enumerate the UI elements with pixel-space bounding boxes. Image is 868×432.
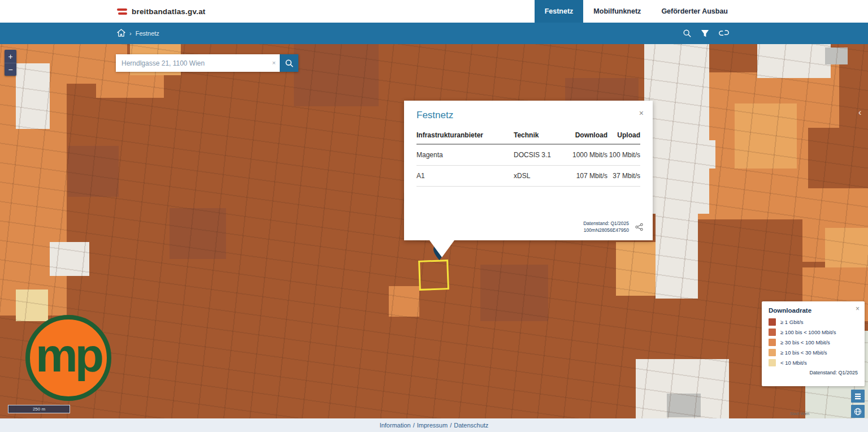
- table-header: Upload: [607, 128, 640, 144]
- footer-link-impressum[interactable]: Impressum: [417, 422, 448, 429]
- map-tile: [68, 146, 119, 197]
- map-tile: [16, 290, 48, 321]
- table-row: MagentaDOCSIS 3.11000 Mbit/s100 Mbit/s: [416, 144, 640, 166]
- brand[interactable]: breitbandatlas.gv.at: [117, 7, 206, 16]
- basemap-patch: [644, 44, 709, 214]
- popup-meta: Datenstand: Q1/2025 100mN28056E47950: [583, 221, 629, 234]
- zoom-control: + −: [5, 50, 16, 76]
- legend-datenstand: Datenstand: Q1/2025: [769, 370, 858, 375]
- search-icon[interactable]: [683, 29, 692, 38]
- footer-separator: /: [413, 422, 415, 429]
- legend-label: ≥ 1 Gbit/s: [780, 319, 804, 325]
- address-search: ×: [116, 54, 298, 72]
- festnetz-popup: Festnetz × InfrastrukturanbieterTechnikD…: [404, 101, 653, 240]
- footer-links: Information/Impressum/Datenschutz: [380, 422, 489, 429]
- panel-collapse-arrow[interactable]: ‹: [858, 107, 861, 118]
- popup-datenstand: Datenstand: Q1/2025: [583, 221, 629, 227]
- main-tabs: Festnetz Mobilfunknetz Geförderter Ausba…: [535, 0, 738, 23]
- breadcrumb: › Festnetz: [117, 29, 159, 38]
- legend-item: ≥ 1 Gbit/s: [769, 318, 858, 326]
- legend-swatch: [769, 329, 776, 336]
- legend-swatch: [769, 339, 776, 346]
- popup-callout-arrow: [429, 240, 454, 257]
- breadcrumb-separator: ›: [129, 30, 132, 37]
- top-header: breitbandatlas.gv.at Festnetz Mobilfunkn…: [0, 0, 868, 23]
- austria-flag-icon: [117, 8, 127, 15]
- basemap-patch: [687, 140, 715, 169]
- table-cell: DOCSIS 3.1: [514, 144, 560, 166]
- legend-label: < 10 Mbit/s: [780, 360, 807, 366]
- popup-cell-id: 100mN28056E47950: [583, 227, 629, 234]
- breadcrumb-bar: › Festnetz: [0, 23, 868, 44]
- table-header: Technik: [514, 128, 560, 144]
- legend-item: ≥ 10 bis < 30 Mbit/s: [769, 349, 858, 356]
- legend-label: ≥ 100 bis < 1000 Mbit/s: [780, 329, 836, 335]
- map-canvas[interactable]: mp + − × Festnetz × Infrastrukturanbiete…: [0, 44, 868, 418]
- share-icon[interactable]: [718, 29, 730, 37]
- legend-title: Downloadrate: [769, 307, 858, 314]
- table-cell: A1: [416, 166, 514, 187]
- map-tile: [170, 208, 226, 259]
- legend-item: ≥ 30 bis < 100 Mbit/s: [769, 339, 858, 346]
- table-header: Download: [560, 128, 607, 144]
- layers-button[interactable]: [851, 390, 865, 403]
- table-cell: 1000 Mbit/s: [560, 144, 607, 166]
- legend-label: ≥ 10 bis < 30 Mbit/s: [780, 349, 827, 356]
- table-header-row: InfrastrukturanbieterTechnikDownloadUplo…: [416, 128, 640, 144]
- footer: Information/Impressum/Datenschutz: [0, 418, 868, 432]
- home-icon[interactable]: [117, 29, 125, 38]
- brand-title: breitbandatlas.gv.at: [132, 7, 206, 16]
- legend-swatch: [769, 318, 776, 326]
- search-button[interactable]: [280, 54, 298, 72]
- footer-separator: /: [450, 422, 452, 429]
- page: breitbandatlas.gv.at Festnetz Mobilfunkn…: [0, 0, 868, 432]
- popup-close-icon[interactable]: ×: [639, 109, 644, 118]
- toolbar-icons: [683, 29, 730, 38]
- legend-swatch: [769, 359, 776, 366]
- basemap-globe-button[interactable]: [851, 405, 865, 418]
- clear-search-icon[interactable]: ×: [272, 59, 276, 67]
- table-cell: 107 Mbit/s: [560, 166, 607, 187]
- search-input[interactable]: [116, 54, 280, 72]
- legend-close-icon[interactable]: ×: [856, 305, 860, 313]
- table-cell: 100 Mbit/s: [607, 144, 640, 166]
- basemap-patch: [757, 44, 831, 78]
- zoom-out-button[interactable]: −: [5, 63, 16, 76]
- table-header: Infrastrukturanbieter: [416, 128, 514, 144]
- watermark-text: mp: [36, 331, 101, 379]
- table-cell: 37 Mbit/s: [607, 166, 640, 187]
- map-tile: [480, 265, 548, 321]
- popup-share-icon[interactable]: [635, 223, 644, 234]
- filter-icon[interactable]: [701, 29, 709, 38]
- map-tile: [389, 286, 419, 317]
- tab-gefoerderter-ausbau[interactable]: Geförderter Ausbau: [651, 0, 738, 23]
- legend-item: < 10 Mbit/s: [769, 359, 858, 366]
- basemap-patch: [50, 242, 89, 276]
- map-tile: [825, 47, 848, 64]
- legend-items: ≥ 1 Gbit/s≥ 100 bis < 1000 Mbit/s≥ 30 bi…: [769, 318, 858, 366]
- footer-link-information[interactable]: Information: [380, 422, 411, 429]
- map-attribution: Stadt Wien: [790, 412, 809, 416]
- scale-bar: 250 m: [8, 405, 70, 413]
- basemap-patch: [656, 214, 698, 299]
- selected-cell-marker: [418, 260, 449, 291]
- popup-title: Festnetz: [416, 110, 453, 121]
- legend-swatch: [769, 349, 776, 356]
- map-tile: [825, 228, 868, 267]
- tab-festnetz[interactable]: Festnetz: [535, 0, 584, 23]
- tab-mobilfunknetz[interactable]: Mobilfunknetz: [583, 0, 651, 23]
- basemap-patch: [16, 63, 50, 129]
- breadcrumb-current: Festnetz: [136, 30, 159, 37]
- scale-label: 250 m: [33, 407, 45, 412]
- footer-link-datenschutz[interactable]: Datenschutz: [454, 422, 488, 429]
- table-cell: Magenta: [416, 144, 514, 166]
- map-tile: [294, 44, 379, 106]
- table-row: A1xDSL107 Mbit/s37 Mbit/s: [416, 166, 640, 187]
- map-tile: [667, 394, 701, 417]
- legend-panel: × Downloadrate ≥ 1 Gbit/s≥ 100 bis < 100…: [762, 301, 865, 386]
- zoom-in-button[interactable]: +: [5, 50, 16, 63]
- mp-watermark-logo: mp: [25, 315, 111, 401]
- table-cell: xDSL: [514, 166, 560, 187]
- legend-item: ≥ 100 bis < 1000 Mbit/s: [769, 329, 858, 336]
- map-tile: [735, 103, 797, 169]
